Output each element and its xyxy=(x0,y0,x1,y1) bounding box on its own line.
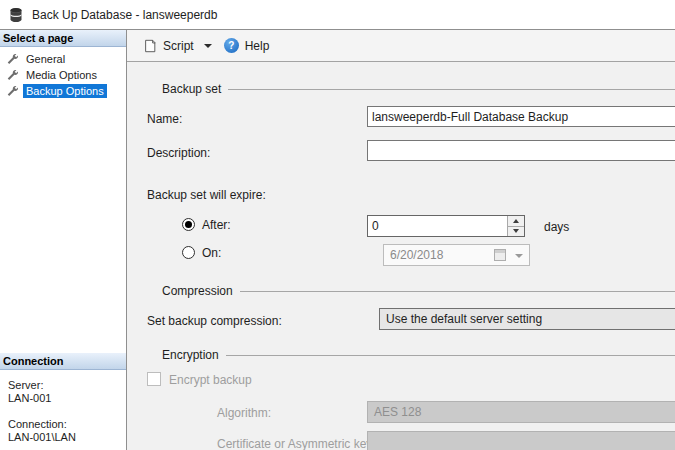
certificate-select xyxy=(367,431,675,450)
backup-set-section-title: Backup set xyxy=(162,82,221,96)
backup-set-section: Backup set xyxy=(162,82,675,96)
encrypt-backup-checkbox[interactable] xyxy=(147,372,161,386)
algorithm-label: Algorithm: xyxy=(217,406,271,420)
script-button[interactable]: Script xyxy=(137,35,218,57)
compression-section: Compression xyxy=(162,284,675,298)
description-label: Description: xyxy=(147,146,210,160)
compression-label: Set backup compression: xyxy=(147,314,282,328)
backup-name-input[interactable] xyxy=(367,106,675,127)
toolbar: Script ? Help xyxy=(127,30,675,62)
wrench-icon xyxy=(6,85,18,97)
sidebar-item-label: Media Options xyxy=(23,68,100,82)
encryption-section: Encryption xyxy=(162,348,675,362)
sidebar-item-backup-options[interactable]: Backup Options xyxy=(0,83,126,99)
connection-value: LAN-001\LAN xyxy=(8,431,126,444)
sidebar: Select a page General Media Options xyxy=(0,30,127,450)
database-icon xyxy=(8,7,24,23)
section-divider xyxy=(240,291,675,292)
section-divider xyxy=(228,89,675,90)
encrypt-backup-label: Encrypt backup xyxy=(169,373,252,387)
calendar-icon xyxy=(494,249,506,261)
on-radio[interactable] xyxy=(182,246,195,259)
on-radio-label[interactable]: On: xyxy=(202,246,221,260)
script-button-label: Script xyxy=(163,39,194,53)
backup-options-page: Backup set Name: Description: Backup set… xyxy=(127,62,675,450)
arrow-down-icon xyxy=(513,229,519,233)
page-nav: General Media Options Backup Options xyxy=(0,47,126,99)
sidebar-item-label: Backup Options xyxy=(23,84,107,98)
help-button[interactable]: ? Help xyxy=(218,34,276,57)
section-divider xyxy=(226,355,675,356)
after-days-value: 0 xyxy=(372,219,379,233)
expire-date-value: 6/20/2018 xyxy=(390,248,443,262)
description-input[interactable] xyxy=(367,140,675,161)
after-radio-label[interactable]: After: xyxy=(202,218,231,232)
server-label: Server: xyxy=(8,379,126,392)
wrench-icon xyxy=(6,53,18,65)
wrench-icon xyxy=(6,69,18,81)
sidebar-item-media-options[interactable]: Media Options xyxy=(0,67,126,83)
stepper-down-button[interactable] xyxy=(508,227,524,237)
help-button-label: Help xyxy=(245,39,270,53)
algorithm-selected-value: AES 128 xyxy=(374,405,421,419)
compression-section-title: Compression xyxy=(162,284,233,298)
after-days-stepper[interactable]: 0 xyxy=(367,215,525,237)
name-label: Name: xyxy=(147,112,182,126)
sidebar-item-general[interactable]: General xyxy=(0,51,126,67)
expire-date-picker[interactable]: 6/20/2018 xyxy=(383,244,530,266)
connection-panel: Connection Server: LAN-001 Connection: L… xyxy=(0,353,126,450)
window-title: Back Up Database - lansweeperdb xyxy=(32,8,217,22)
stepper-up-button[interactable] xyxy=(508,216,524,227)
chevron-down-icon xyxy=(515,254,523,258)
encryption-section-title: Encryption xyxy=(162,348,219,362)
select-a-page-header: Select a page xyxy=(0,30,126,47)
certificate-label: Certificate or Asymmetric key: xyxy=(217,437,376,450)
sidebar-item-label: General xyxy=(23,52,68,66)
title-bar: Back Up Database - lansweeperdb xyxy=(0,0,675,29)
compression-select[interactable]: Use the default server setting xyxy=(379,308,675,330)
connection-header: Connection xyxy=(0,353,126,370)
compression-selected-value: Use the default server setting xyxy=(386,312,542,326)
expire-label: Backup set will expire: xyxy=(147,188,266,202)
algorithm-select: AES 128 xyxy=(367,401,675,423)
backup-database-dialog: Back Up Database - lansweeperdb Select a… xyxy=(0,0,675,450)
help-icon: ? xyxy=(224,38,239,53)
script-icon xyxy=(143,39,157,53)
server-value: LAN-001 xyxy=(8,392,126,405)
after-radio[interactable] xyxy=(182,218,195,231)
arrow-up-icon xyxy=(513,219,519,223)
days-unit-label: days xyxy=(544,220,569,234)
connection-label: Connection: xyxy=(8,418,126,431)
chevron-down-icon[interactable] xyxy=(204,44,212,48)
